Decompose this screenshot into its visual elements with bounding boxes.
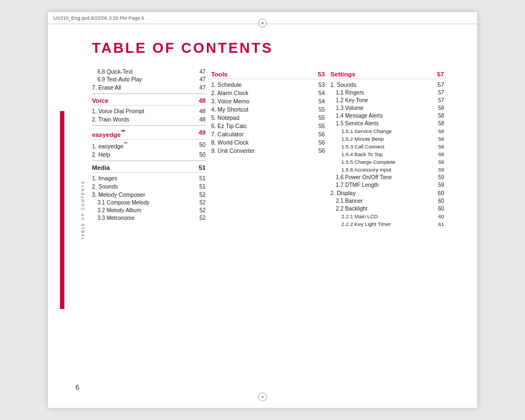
list-item: 7. Erase All 47 xyxy=(92,83,206,91)
list-item: 1. Voice Dial Prompt 48 xyxy=(92,107,206,115)
col3: Settings 57 1. Sounds 57 1.1 Ringers 57 … xyxy=(330,68,450,228)
section-header-easyedge: easyedge℠ 49 xyxy=(92,129,206,140)
list-item: 2. Train Words 48 xyxy=(92,115,206,123)
list-item: 2.1 Banner 60 xyxy=(330,197,444,205)
list-item: 3. Melody Composer 52 xyxy=(92,190,206,198)
list-item: 3.3 Metronome 52 xyxy=(92,214,206,222)
list-item: 2.2 Backlight 60 xyxy=(330,205,444,212)
list-item: 1. Schedule 53 xyxy=(211,80,325,89)
list-item: 6. Ez Tip Calc 55 xyxy=(211,121,325,130)
section-header-media: Media 51 xyxy=(92,164,206,173)
list-item: 3.1 Compose Melody 52 xyxy=(92,198,206,206)
page: UX210_Eng.qxd 6/22/06 3:26 PM Page 6 TAB… xyxy=(48,12,477,408)
page-title: TABLE OF CONTENTS xyxy=(92,40,450,57)
divider xyxy=(92,161,206,161)
list-item: 1. Sounds 57 xyxy=(330,80,444,89)
list-item: 6.9 Text-Auto Play 47 xyxy=(92,75,206,83)
list-item: 2. Help 50 xyxy=(92,150,206,158)
sidebar-label: TABLE OF CONTENTS xyxy=(81,180,85,240)
list-item: 1.3 Volume 58 xyxy=(330,104,444,112)
list-item: 6.8 Quick-Text 47 xyxy=(92,68,206,75)
list-item: 1.5.1 Service Change 58 xyxy=(330,127,444,135)
list-item: 1. easyedge℠ 50 xyxy=(92,141,206,151)
list-item: 2. Alarm Clock 54 xyxy=(211,89,325,97)
list-item: 4. My Shortcut 55 xyxy=(211,105,325,113)
list-item: 1.5.3 Call Connect 58 xyxy=(330,142,444,150)
list-item: 1.5.4 Back To Top 58 xyxy=(330,150,444,158)
divider xyxy=(92,93,206,94)
reg-mark-top xyxy=(258,19,267,27)
list-item: 1.4 Message Alerts 58 xyxy=(330,112,444,119)
list-item: 5. Notepad 55 xyxy=(211,113,325,121)
reg-mark-bottom xyxy=(258,393,267,401)
list-item: 1.5.6 Accessory Input 59 xyxy=(330,165,444,173)
list-item: 2.2.1 Main LCD 60 xyxy=(330,212,444,220)
list-item: 1.5.5 Charge Complete 59 xyxy=(330,158,444,165)
list-item: 9. Unit Converter 56 xyxy=(211,146,325,154)
section-header-voice: Voice 48 xyxy=(92,97,206,106)
list-item: 1. Images 51 xyxy=(92,174,206,182)
list-item: 1.5.2 Minute Beep 58 xyxy=(330,135,444,142)
divider xyxy=(92,125,206,126)
col1: 6.8 Quick-Text 47 6.9 Text-Auto Play 47 … xyxy=(92,68,211,228)
list-item: 2. Display 60 xyxy=(330,189,444,197)
page-number: 6 xyxy=(75,383,79,391)
list-item: 2. Sounds 51 xyxy=(92,182,206,190)
list-item: 1.2 Key Tone 57 xyxy=(330,96,444,104)
col2: Tools 53 1. Schedule 53 2. Alarm Clock 5… xyxy=(211,68,331,228)
section-header-tools: Tools 53 xyxy=(211,71,325,79)
sidebar-bar xyxy=(60,111,64,309)
list-item: 3. Voice Memo 54 xyxy=(211,97,325,105)
header-text: UX210_Eng.qxd 6/22/06 3:26 PM Page 6 xyxy=(53,15,144,21)
list-item: 1.7 DTMF Length 59 xyxy=(330,181,444,189)
section-header-settings: Settings 57 xyxy=(330,71,444,79)
toc-columns: 6.8 Quick-Text 47 6.9 Text-Auto Play 47 … xyxy=(92,68,450,228)
list-item: 3.2 Melody Album 52 xyxy=(92,206,206,214)
list-item: 7. Calculator 56 xyxy=(211,130,325,138)
list-item: 2.2.2 Key Light Timer 61 xyxy=(330,220,444,228)
main-content: TABLE OF CONTENTS 6.8 Quick-Text 47 6.9 … xyxy=(92,40,450,228)
list-item: 1.1 Ringers 57 xyxy=(330,89,444,96)
list-item: 1.5 Service Alerts 58 xyxy=(330,119,444,127)
list-item: 1.6 Power On/Off Tone 59 xyxy=(330,173,444,181)
list-item: 8. World Clock 56 xyxy=(211,138,325,146)
